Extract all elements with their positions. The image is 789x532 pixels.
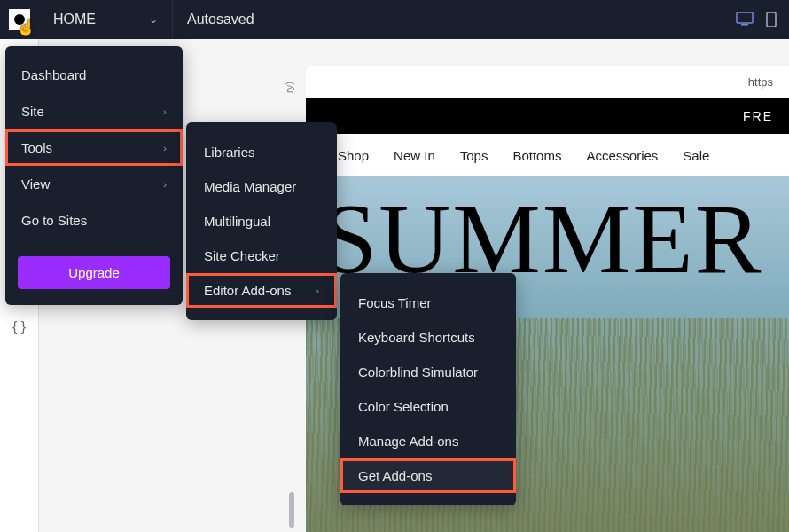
- code-braces-icon[interactable]: { }: [12, 319, 26, 335]
- addons-menu-item-keyboard-shortcuts[interactable]: Keyboard Shortcuts: [340, 320, 516, 355]
- topbar: ☝ HOME ⌄ Autosaved: [0, 0, 789, 39]
- menu-item-label: Colorblind Simulator: [358, 364, 478, 379]
- tools-submenu: LibrariesMedia ManagerMultilingualSite C…: [186, 122, 337, 320]
- svg-rect-2: [767, 12, 776, 27]
- menu-item-label: View: [21, 176, 50, 192]
- tools-menu-item-libraries[interactable]: Libraries: [186, 135, 337, 169]
- preview-address-bar: https: [306, 66, 789, 98]
- site-nav: Shop New In Tops Bottoms Accessories Sal…: [306, 134, 789, 176]
- editor-addons-submenu: Focus TimerKeyboard ShortcutsColorblind …: [340, 273, 516, 505]
- menu-item-label: Get Add-ons: [358, 468, 432, 483]
- menu-item-label: Multilingual: [204, 214, 270, 229]
- menu-item-label: Keyboard Shortcuts: [358, 330, 475, 345]
- autosaved-status: Autosaved: [173, 12, 269, 27]
- nav-item-bottoms[interactable]: Bottoms: [512, 148, 561, 163]
- main-menu-item-dashboard[interactable]: Dashboard: [5, 57, 183, 93]
- menu-item-label: Dashboard: [21, 67, 86, 82]
- nav-item-tops[interactable]: Tops: [460, 148, 488, 163]
- menu-item-label: Go to Sites: [21, 213, 87, 228]
- tools-menu-item-media-manager[interactable]: Media Manager: [186, 169, 337, 204]
- addons-menu-item-get-add-ons[interactable]: Get Add-ons: [340, 458, 516, 493]
- menu-item-label: Libraries: [204, 145, 255, 160]
- svg-rect-0: [737, 12, 753, 23]
- nav-item-accessories[interactable]: Accessories: [586, 148, 658, 163]
- main-menu-item-site[interactable]: Site›: [5, 93, 183, 129]
- device-switcher: [736, 12, 789, 27]
- menu-item-label: Editor Add-ons: [204, 283, 291, 298]
- menu-item-label: Site: [21, 104, 44, 119]
- addons-menu-item-color-selection[interactable]: Color Selection: [340, 389, 516, 424]
- main-menu-item-view[interactable]: View›: [5, 166, 183, 202]
- url-fragment: https: [748, 75, 773, 89]
- chevron-right-icon: ›: [163, 106, 167, 117]
- app-logo[interactable]: ☝: [0, 0, 39, 39]
- nav-item-shop[interactable]: Shop: [338, 148, 369, 163]
- menu-item-label: Manage Add-ons: [358, 434, 458, 449]
- main-menu-item-tools[interactable]: Tools›: [5, 129, 183, 166]
- chevron-right-icon: ›: [316, 286, 319, 296]
- panel-vertical-label: ry): [284, 82, 294, 93]
- menu-item-label: Site Checker: [204, 248, 280, 263]
- promo-strip: FRE: [306, 98, 789, 134]
- nav-item-newin[interactable]: New In: [394, 148, 435, 163]
- nav-item-sale[interactable]: Sale: [683, 148, 709, 163]
- svg-rect-1: [741, 24, 748, 26]
- tools-menu-item-editor-add-ons[interactable]: Editor Add-ons›: [186, 273, 337, 308]
- menu-item-label: Focus Timer: [358, 295, 432, 310]
- upgrade-button[interactable]: Upgrade: [18, 256, 170, 289]
- chevron-right-icon: ›: [163, 179, 167, 190]
- tools-menu-item-multilingual[interactable]: Multilingual: [186, 204, 337, 239]
- menu-item-label: Media Manager: [204, 179, 296, 194]
- main-dropdown-menu: DashboardSite›Tools›View›Go to Sites Upg…: [5, 46, 183, 305]
- tools-menu-item-site-checker[interactable]: Site Checker: [186, 239, 337, 273]
- addons-menu-item-colorblind-simulator[interactable]: Colorblind Simulator: [340, 355, 516, 389]
- scrollbar-thumb[interactable]: [289, 492, 294, 528]
- mobile-icon[interactable]: [766, 12, 777, 27]
- main-menu-item-go-to-sites[interactable]: Go to Sites: [5, 202, 183, 239]
- addons-menu-item-focus-timer[interactable]: Focus Timer: [340, 286, 516, 320]
- desktop-icon[interactable]: [736, 12, 754, 26]
- menu-item-label: Color Selection: [358, 399, 449, 414]
- chevron-right-icon: ›: [163, 143, 167, 153]
- menu-item-label: Tools: [21, 140, 52, 155]
- home-label: HOME: [53, 12, 96, 27]
- promo-text: FRE: [743, 109, 773, 123]
- addons-menu-item-manage-add-ons[interactable]: Manage Add-ons: [340, 424, 516, 458]
- chevron-down-icon: ⌄: [149, 13, 158, 26]
- home-menu-button[interactable]: HOME ⌄: [39, 0, 173, 39]
